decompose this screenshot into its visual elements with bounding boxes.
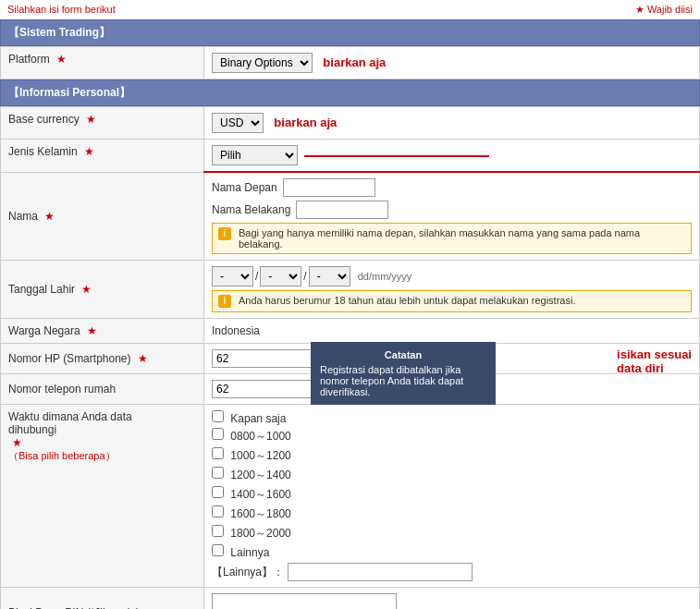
platform-hint: biarkan aja (323, 55, 386, 69)
tanggal-lahir-required: ★ (81, 283, 92, 296)
waktu-option-2[interactable]: 0800～1000 (212, 428, 692, 445)
note-title: Catatan (320, 349, 486, 360)
base-currency-value-cell: USD biarkan aja (204, 107, 700, 140)
nama-required: ★ (44, 210, 55, 223)
blackberry-input[interactable] (212, 593, 397, 609)
waktu-label-cell: Waktu dimana Anda datadihubungi ★ （Bisa … (1, 405, 204, 588)
tanggal-lahir-row: Tanggal Lahir ★ - / - / - dd/mm/yyyy (1, 261, 700, 319)
base-currency-hint: biarkan aja (274, 116, 337, 129)
nomor-hp-row: Nomor HP (Smartphone) ★ Catatan Registra… (1, 344, 700, 374)
nama-info-icon: i (218, 227, 231, 240)
waktu-required: ★ (12, 436, 22, 449)
waktu-check-2[interactable] (212, 428, 224, 440)
base-currency-required: ★ (86, 113, 96, 126)
nama-belakang-row: Nama Belakang (212, 201, 692, 219)
waktu-check-3[interactable] (212, 447, 224, 459)
warga-negara-value: Indonesia (212, 324, 260, 337)
jenis-kelamin-row: Jenis Kelamin ★ Pilih Laki-laki Perempua… (1, 140, 700, 173)
waktu-check-5[interactable] (212, 486, 224, 498)
nama-row: Nama ★ Nama Depan Nama Belakang i Bagi y (1, 172, 700, 261)
platform-row: Platform ★ Binary Options biarkan aja (1, 47, 700, 79)
top-notice: Silahkan isi form berikut ★ Wajib diisi (0, 0, 700, 19)
nomor-telepon-label: Nomor telepon rumah (1, 374, 204, 405)
nama-value-cell: Nama Depan Nama Belakang i Bagi yang han… (204, 172, 700, 261)
sistem-trading-header: 【Sistem Trading】 (0, 19, 700, 46)
waktu-check-4[interactable] (212, 467, 224, 479)
informasi-personal-table: Base currency ★ USD biarkan aja Jenis Ke… (0, 106, 700, 609)
nama-label: Nama ★ (1, 172, 204, 261)
waktu-label: Waktu dimana Anda datadihubungi (8, 410, 196, 436)
waktu-option-7[interactable]: 1800～2000 (212, 525, 692, 542)
date-row: - / - / - dd/mm/yyyy (212, 266, 692, 286)
nama-belakang-input[interactable] (296, 201, 388, 219)
lainnya-input[interactable] (288, 563, 473, 581)
nomor-hp-label: Nomor HP (Smartphone) ★ (1, 344, 204, 374)
waktu-checkboxes: Kapan saja 0800～1000 1000～1200 1200～1400… (212, 410, 692, 559)
informasi-personal-header: 【Informasi Personal】 (0, 79, 700, 106)
platform-value-cell: Binary Options biarkan aja (204, 47, 700, 79)
waktu-option-6[interactable]: 1600～1800 (212, 505, 692, 522)
nama-depan-row: Nama Depan (212, 178, 692, 197)
side-annotation: isikan sesuai data diri (617, 347, 692, 375)
tanggal-lahir-label: Tanggal Lahir ★ (1, 261, 204, 319)
nama-depan-label: Nama Depan (212, 181, 277, 194)
jenis-kelamin-label: Jenis Kelamin ★ (1, 140, 204, 173)
nomor-hp-required: ★ (138, 352, 148, 365)
note-box: Catatan Registrasi dapat dibatalkan jika… (311, 342, 496, 405)
nama-belakang-label: Nama Belakang (212, 203, 290, 216)
waktu-check-1[interactable] (212, 410, 224, 422)
nama-inputs: Nama Depan Nama Belakang i Bagi yang han… (212, 178, 692, 254)
waktu-check-8[interactable] (212, 544, 224, 556)
blackberry-row: BlackBerry PIN (*Jika ada) i Sinyal trad… (1, 588, 700, 610)
blackberry-value-cell: i Sinyal trading harian akan dikirimkan … (204, 588, 700, 610)
jenis-kelamin-required: ★ (84, 145, 94, 158)
nama-hint-box: i Bagi yang hanya memiliki nama depan, s… (212, 223, 692, 254)
platform-select[interactable]: Binary Options (212, 53, 313, 73)
waktu-check-7[interactable] (212, 525, 224, 537)
jenis-kelamin-value-cell: Pilih Laki-laki Perempuan (204, 140, 700, 173)
warga-negara-label: Warga Negara ★ (1, 319, 204, 344)
tanggal-lahir-hint-text: Anda harus berumur 18 tahun atau lebih u… (239, 295, 575, 306)
left-notice: Silahkan isi form berikut (7, 4, 116, 16)
waktu-option-8[interactable]: Lainnya (212, 544, 692, 559)
tanggal-lahir-info-icon: i (218, 295, 231, 308)
sistem-trading-table: Platform ★ Binary Options biarkan aja (0, 46, 700, 79)
nomor-hp-value-cell: Catatan Registrasi dapat dibatalkan jika… (204, 344, 700, 374)
month-select[interactable]: - (260, 266, 301, 286)
base-currency-row: Base currency ★ USD biarkan aja (1, 107, 700, 140)
warga-negara-value-cell: Indonesia (204, 319, 700, 344)
right-notice: ★ Wajib diisi (635, 4, 693, 16)
warga-negara-required: ★ (87, 324, 97, 337)
platform-label: Platform ★ (1, 47, 204, 79)
waktu-check-6[interactable] (212, 505, 224, 518)
tanggal-lahir-value-cell: - / - / - dd/mm/yyyy i Anda harus berumu… (204, 261, 700, 319)
jenis-kelamin-select[interactable]: Pilih Laki-laki Perempuan (212, 145, 298, 165)
blackberry-label-cell: BlackBerry PIN (*Jika ada) (1, 588, 204, 610)
waktu-option-1[interactable]: Kapan saja (212, 410, 692, 425)
waktu-sub: （Bisa pilih beberapa） (8, 449, 196, 463)
lainnya-label: 【Lainnya】： (212, 565, 284, 580)
waktu-option-5[interactable]: 1400～1600 (212, 486, 692, 503)
platform-required: ★ (56, 53, 67, 66)
note-content: Registrasi dapat dibatalkan jika nomor t… (320, 364, 486, 397)
waktu-option-4[interactable]: 1200～1400 (212, 467, 692, 483)
lainnya-row: 【Lainnya】： (212, 563, 692, 581)
waktu-option-3[interactable]: 1000～1200 (212, 447, 692, 464)
tanggal-lahir-hint-box: i Anda harus berumur 18 tahun atau lebih… (212, 290, 692, 312)
base-currency-select[interactable]: USD (212, 113, 264, 133)
nama-hint-text: Bagi yang hanya memiliki nama depan, sil… (239, 227, 685, 250)
nama-depan-input[interactable] (283, 178, 375, 197)
warga-negara-row: Warga Negara ★ Indonesia (1, 319, 700, 344)
day-select[interactable]: - (212, 266, 253, 286)
base-currency-label: Base currency ★ (1, 107, 204, 140)
year-select[interactable]: - (309, 266, 350, 286)
waktu-row: Waktu dimana Anda datadihubungi ★ （Bisa … (1, 405, 700, 588)
waktu-value-cell: Kapan saja 0800～1000 1000～1200 1200～1400… (204, 405, 700, 588)
date-format-hint: dd/mm/yyyy (358, 271, 412, 282)
